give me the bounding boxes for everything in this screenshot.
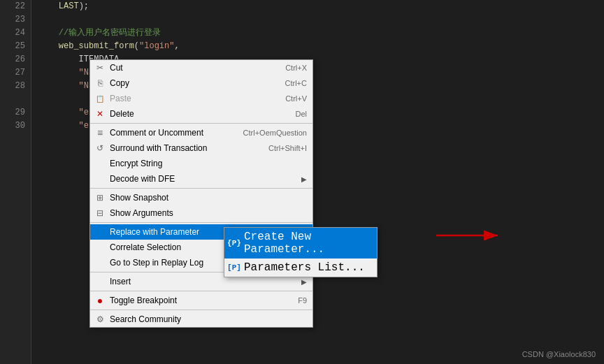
decode-icon xyxy=(94,173,106,184)
menu-item-copy[interactable]: Copy Ctrl+C xyxy=(90,75,312,91)
separator-6 xyxy=(90,310,312,310)
paste-icon xyxy=(94,93,106,104)
menu-item-encrypt[interactable]: Encrypt String xyxy=(90,156,312,171)
create-new-label: Create New Parameter... xyxy=(244,231,371,256)
menu-item-delete[interactable]: Delete Del xyxy=(90,106,312,122)
community-label: Search Community xyxy=(110,314,181,324)
menu-item-snapshot[interactable]: Show Snapshot xyxy=(90,190,312,205)
separator-3 xyxy=(90,222,312,223)
correlate-icon xyxy=(94,242,106,253)
menu-item-paste[interactable]: Paste Ctrl+V xyxy=(90,91,312,106)
submenu-item-create-new[interactable]: {P} Create New Parameter... xyxy=(224,228,377,259)
separator-5 xyxy=(90,291,312,291)
insert-icon xyxy=(94,276,106,287)
encrypt-label: Encrypt String xyxy=(110,159,162,168)
gotostep-label: Go to Step in Replay Log xyxy=(110,258,203,268)
community-icon xyxy=(94,314,106,325)
cut-label: Cut xyxy=(110,63,123,73)
encrypt-icon xyxy=(94,158,106,169)
create-param-icon: {P} xyxy=(229,238,240,249)
comment-icon xyxy=(94,127,106,138)
copy-label: Copy xyxy=(110,78,129,88)
delete-label: Delete xyxy=(110,109,134,119)
copy-icon xyxy=(94,78,106,89)
separator-2 xyxy=(90,188,312,189)
arguments-icon xyxy=(94,208,106,219)
context-menu-overlay: Cut Ctrl+X Copy Ctrl+C Paste Ctrl+V Dele… xyxy=(0,0,604,364)
breakpoint-shortcut: F9 xyxy=(284,296,307,305)
menu-item-decode[interactable]: Decode with DFE ▶ xyxy=(90,171,312,187)
params-list-label: Parameters List... xyxy=(244,261,365,274)
params-list-icon: [P] xyxy=(229,262,240,273)
replace-label: Replace with Parameter xyxy=(110,227,199,237)
decode-arrow: ▶ xyxy=(301,175,307,183)
comment-shortcut: Ctrl+OemQuestion xyxy=(229,129,307,137)
menu-item-cut[interactable]: Cut Ctrl+X xyxy=(90,60,312,75)
insert-label: Insert xyxy=(110,277,131,286)
delete-icon xyxy=(94,108,106,119)
paste-shortcut: Ctrl+V xyxy=(271,94,307,103)
snapshot-icon xyxy=(94,192,106,203)
cut-icon xyxy=(94,62,106,73)
replace-icon xyxy=(94,226,106,238)
comment-label: Comment or Uncomment xyxy=(110,128,203,138)
menu-item-surround[interactable]: Surround with Transaction Ctrl+Shift+I xyxy=(90,140,312,156)
watermark: CSDN @Xiaolock830 xyxy=(522,350,596,358)
menu-item-breakpoint[interactable]: Toggle Breakpoint F9 xyxy=(90,293,312,308)
correlate-label: Correlate Selection xyxy=(110,242,181,252)
surround-shortcut: Ctrl+Shift+I xyxy=(254,144,307,152)
delete-shortcut: Del xyxy=(281,110,307,118)
surround-icon xyxy=(94,143,106,154)
separator-1 xyxy=(90,123,312,124)
insert-arrow: ▶ xyxy=(301,278,307,286)
menu-item-comment[interactable]: Comment or Uncomment Ctrl+OemQuestion xyxy=(90,125,312,140)
decode-label: Decode with DFE xyxy=(110,174,175,184)
snapshot-label: Show Snapshot xyxy=(110,193,168,203)
replace-with-parameter-submenu[interactable]: {P} Create New Parameter... [P] Paramete… xyxy=(224,227,378,277)
menu-item-community[interactable]: Search Community xyxy=(90,312,312,327)
gotostep-icon xyxy=(94,257,106,268)
red-arrow xyxy=(436,225,506,249)
breakpoint-icon xyxy=(94,295,106,306)
watermark-text: CSDN @Xiaolock830 xyxy=(522,350,596,358)
copy-shortcut: Ctrl+C xyxy=(271,79,307,87)
menu-item-arguments[interactable]: Show Arguments xyxy=(90,205,312,221)
surround-label: Surround with Transaction xyxy=(110,143,207,153)
context-menu[interactable]: Cut Ctrl+X Copy Ctrl+C Paste Ctrl+V Dele… xyxy=(89,59,313,328)
arguments-label: Show Arguments xyxy=(110,208,173,218)
cut-shortcut: Ctrl+X xyxy=(271,64,307,72)
submenu-item-params-list[interactable]: [P] Parameters List... xyxy=(224,259,377,277)
paste-label: Paste xyxy=(110,94,131,103)
breakpoint-label: Toggle Breakpoint xyxy=(110,296,177,305)
